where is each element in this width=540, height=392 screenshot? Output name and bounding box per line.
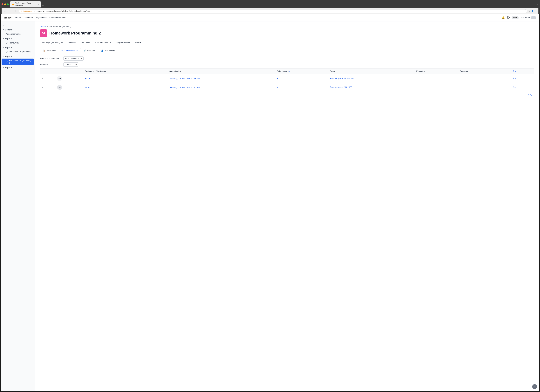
row-gear-button-2[interactable]: ⚙ ▾ bbox=[513, 86, 516, 89]
sort-icon-submissions[interactable]: ↕ bbox=[289, 70, 290, 72]
col-number bbox=[40, 69, 55, 74]
sub-tab-submissions-list[interactable]: ≡ Submissions list bbox=[59, 48, 81, 53]
row-submissions-1[interactable]: 3 bbox=[275, 74, 328, 83]
sidebar-item-homework-programming[interactable]: Homework Programming bbox=[2, 50, 34, 54]
toolbar-actions: ☆ 👤 ⋮ bbox=[528, 10, 537, 12]
sort-icon-grade[interactable]: ↕ bbox=[336, 70, 337, 72]
nav-my-courses[interactable]: My courses bbox=[36, 16, 46, 19]
test-activity-icon: 👤 bbox=[101, 50, 104, 52]
user-badge[interactable]: AU ▾ bbox=[512, 16, 519, 19]
close-dot[interactable] bbox=[2, 3, 3, 5]
sidebar-section-general-header[interactable]: ▼ General bbox=[1, 28, 35, 32]
sidebar-section-general: ▼ General Announcements bbox=[1, 28, 35, 36]
sort-icon-lastname[interactable]: ↕ bbox=[107, 70, 108, 72]
row-evaluator-2 bbox=[415, 83, 458, 92]
tab-close-button[interactable]: ✕ bbox=[38, 4, 39, 5]
nav-dashboard[interactable]: Dashboard bbox=[24, 16, 34, 19]
window-expand[interactable]: ⌄ bbox=[537, 3, 538, 5]
page-title-row: VPL Homework Programming 2 bbox=[40, 29, 535, 37]
row-actions-1: ⚙ ▾ bbox=[511, 74, 534, 83]
breadcrumb-course-link[interactable]: cs7346 bbox=[40, 25, 46, 27]
sidebar-section-topic3-header[interactable]: ▼ Topic 3 bbox=[1, 54, 35, 58]
col-evaluator: Evaluator ↕ bbox=[415, 69, 458, 74]
sidebar-section-topic3: ▼ Topic 3 Homework Programming 2 bbox=[1, 54, 35, 65]
help-button[interactable]: ? bbox=[532, 384, 537, 389]
sub-tab-similarity[interactable]: 🔗 Similarity bbox=[81, 48, 98, 53]
sort-icon-submitted[interactable]: ↕ bbox=[182, 70, 183, 72]
messages-button[interactable]: 💬 bbox=[507, 16, 510, 19]
row-submitted-on-2[interactable]: Saturday, 15 July 2023, 11:25 PM bbox=[167, 83, 275, 92]
vpl-icon: VPL bbox=[41, 31, 46, 35]
address-bar[interactable]: ⚠ Not Secure | checkyourworkgroup.online… bbox=[19, 9, 527, 13]
evaluate-select[interactable]: Choose... bbox=[63, 62, 78, 67]
tab-favicon: 🔶 bbox=[12, 4, 14, 5]
sort-icon-evaluator[interactable]: ↕ bbox=[425, 70, 426, 72]
row-avatar-1: EE bbox=[55, 74, 83, 83]
browser-tabs: 🔶 CSCheckYourWork Homewor ✕ + bbox=[10, 1, 536, 7]
sub-tabs: 📋 Description ≡ Submissions list 🔗 Simil… bbox=[40, 48, 535, 53]
col-name: First name ↕ / Last name ↕ bbox=[83, 69, 168, 74]
new-tab-button[interactable]: + bbox=[41, 3, 45, 7]
breadcrumb-current: Homework Programming 2 bbox=[49, 25, 73, 27]
avatar: EE bbox=[57, 76, 62, 81]
submission-selection-select[interactable]: All submissions bbox=[63, 56, 84, 60]
gear-icon[interactable]: ⚙ ▾ bbox=[513, 70, 516, 72]
tab-title: CSCheckYourWork Homewor bbox=[15, 2, 37, 6]
tab-settings[interactable]: Settings bbox=[66, 40, 78, 45]
vpl-footer: VPL bbox=[40, 92, 535, 98]
row-submitted-on-1[interactable]: Saturday, 15 July 2023, 11:23 PM bbox=[167, 74, 275, 83]
row-name-2[interactable]: Jo Jo bbox=[83, 83, 168, 92]
edit-mode-switch[interactable] bbox=[531, 16, 536, 19]
sidebar-item-homework1[interactable]: Homework1 bbox=[2, 41, 34, 45]
maximize-dot[interactable] bbox=[7, 3, 9, 5]
sidebar-section-topic2-header[interactable]: ▼ Topic 2 bbox=[1, 45, 35, 50]
edit-mode-toggle[interactable]: Edit mode bbox=[520, 16, 536, 19]
sidebar-section-topic1-header[interactable]: ▼ Topic 1 bbox=[1, 36, 35, 41]
nav-home[interactable]: Home bbox=[15, 16, 21, 19]
tab-virtual-programming-lab[interactable]: Virtual programming lab bbox=[40, 40, 65, 45]
menu-icon[interactable]: ⋮ bbox=[535, 10, 537, 12]
tab-execution-options[interactable]: Execution options bbox=[93, 40, 113, 45]
sidebar-section-topic4-header[interactable]: ▼ Topic 4 bbox=[1, 65, 35, 69]
sidebar-section-general-label: General bbox=[5, 29, 12, 31]
row-number-2: 2 bbox=[40, 83, 55, 92]
page-icon: VPL bbox=[40, 29, 47, 37]
tab-test-cases[interactable]: Test cases bbox=[78, 40, 92, 45]
active-tab[interactable]: 🔶 CSCheckYourWork Homewor ✕ bbox=[10, 1, 41, 7]
sidebar-item-homework-programming-2[interactable]: Homework Programming 2 bbox=[2, 59, 34, 65]
notifications-button[interactable]: 🔔 bbox=[502, 16, 505, 19]
breadcrumb: cs7346 / Homework Programming 2 bbox=[40, 25, 535, 27]
forward-button[interactable]: → bbox=[8, 10, 12, 13]
sub-tab-description[interactable]: 📋 Description bbox=[40, 48, 59, 53]
vpl-link[interactable]: VPL bbox=[528, 94, 532, 96]
row-grade-1: Proposed grade: 66.67 / 100 bbox=[328, 74, 415, 83]
row-gear-button-1[interactable]: ⚙ ▾ bbox=[513, 77, 516, 80]
sort-icon-firstname[interactable]: ↕ bbox=[95, 70, 95, 72]
tab-requested-files[interactable]: Requested files bbox=[114, 40, 132, 45]
profile-icon[interactable]: 👤 bbox=[531, 10, 534, 12]
bookmark-icon[interactable]: ☆ bbox=[528, 10, 530, 12]
sidebar-section-topic1-label: Topic 1 bbox=[5, 37, 12, 40]
back-button[interactable]: ← bbox=[3, 10, 7, 13]
user-chevron-icon: ▾ bbox=[516, 17, 517, 19]
minimize-dot[interactable] bbox=[4, 3, 6, 5]
row-evaluator-1 bbox=[415, 74, 458, 83]
sub-tab-test-activity[interactable]: 👤 Test activity bbox=[98, 48, 117, 53]
sidebar-item-announcements[interactable]: Announcements bbox=[2, 32, 34, 36]
chevron-down-icon: ▼ bbox=[2, 67, 4, 68]
reload-button[interactable]: ↻ bbox=[14, 10, 17, 13]
sidebar-close-button[interactable]: ✕ bbox=[1, 23, 35, 28]
row-avatar-2: JJ bbox=[55, 83, 83, 92]
sidebar-item-announcements-label: Announcements bbox=[6, 33, 20, 35]
row-submissions-2[interactable]: 1 bbox=[275, 83, 328, 92]
site-brand: group6 bbox=[4, 16, 12, 19]
col-submissions: Submissions ↕ bbox=[275, 69, 328, 74]
similarity-icon: 🔗 bbox=[84, 50, 86, 52]
nav-site-admin[interactable]: Site administration bbox=[49, 16, 66, 19]
table-header-row: First name ↕ / Last name ↕ Submitted on … bbox=[40, 69, 534, 74]
row-number-1: 1 bbox=[40, 74, 55, 83]
sidebar-item-homework-programming-2-label: Homework Programming 2 bbox=[9, 59, 32, 64]
tab-more[interactable]: More ▾ bbox=[133, 40, 143, 45]
row-name-1[interactable]: Eve Eve bbox=[83, 74, 168, 83]
sort-icon-evaluated[interactable]: ↕ bbox=[472, 70, 473, 72]
